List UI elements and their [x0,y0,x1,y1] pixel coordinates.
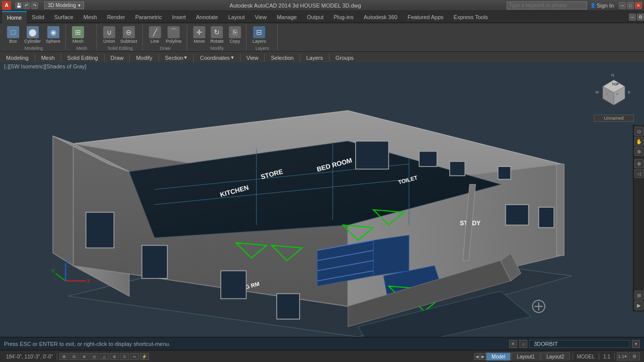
sep5 [158,54,159,62]
coordinates-tool-btn[interactable]: Coordinates ▾ [196,53,237,62]
coordinates-display[interactable]: 184'-0", 110'-3", 0'-0" [4,353,55,360]
command-search-btn[interactable]: ⌕ [519,340,527,348]
ribbon-minimize-btn[interactable]: ─ [629,14,636,21]
svg-marker-18 [373,235,409,276]
scale-display[interactable]: 1:1 [601,353,612,360]
tab-surface[interactable]: Surface [49,11,78,23]
tab-plugins[interactable]: Plug-ins [329,11,359,23]
svg-rect-38 [221,271,247,299]
redo-btn[interactable]: ↷ [31,2,38,9]
close-btn[interactable]: ✕ [635,2,642,9]
section-tool-btn[interactable]: Section ▾ [161,53,192,62]
ribbon-group-solid-edit: ∪ Union ⊖ Subtract Solid Editing [98,24,143,50]
rotate-btn[interactable]: ↻ Rotate [208,25,226,45]
sep3 [104,54,105,62]
mesh-tool-btn[interactable]: Mesh [37,54,59,62]
ribbon: Home Solid Surface Mesh Render Parametri… [0,11,644,52]
polyline-btn[interactable]: ⌒ Polyline [164,25,184,45]
tab-output[interactable]: Output [302,11,329,23]
line-btn[interactable]: ╱ Line [147,25,163,45]
sync-btn[interactable]: ⚙ [629,352,640,360]
tab-annotate[interactable]: Annotate [191,11,223,23]
union-btn[interactable]: ∪ Union [101,25,117,45]
nav-steeringwheel-btn[interactable]: ⊗ [634,159,643,168]
layout-nav-prev[interactable]: ◀ [474,353,480,360]
modify-tool-btn[interactable]: Modify [132,54,156,62]
svg-rect-45 [556,164,564,255]
box-btn[interactable]: □ Box [5,25,21,45]
tab-a360[interactable]: Autodesk 360 [359,11,403,23]
command-name-display[interactable]: 3DORBIT [529,340,630,348]
save-btn[interactable]: 💾 [15,2,22,9]
rotate-icon: ↻ [211,26,223,38]
ribbon-settings-btn[interactable]: ⚙ [637,14,644,21]
move-btn[interactable]: ✛ Move [191,25,207,45]
grid-btn[interactable]: ⊟ [69,353,78,360]
layout-nav-next[interactable]: ▶ [480,353,486,360]
status-sep1 [57,353,57,360]
command-dropdown-btn[interactable]: ▾ [632,340,640,348]
nav-zoom-btn[interactable]: ⊕ [634,147,643,156]
mesh-btn[interactable]: ⊞ Mesh [70,25,86,45]
model-space-label[interactable]: MODEL [575,353,597,360]
sign-in-btn[interactable]: Sign In [597,3,614,9]
undo-btn[interactable]: ↶ [23,2,30,9]
tab-express-tools[interactable]: Express Tools [449,11,493,23]
sphere-btn[interactable]: ◉ Sphere [44,25,62,45]
view-tool-btn[interactable]: View [243,54,263,62]
copy-btn[interactable]: ⎘ Copy [227,25,243,45]
nav-showmotion-btn[interactable]: ◁ [634,169,643,178]
ortho-btn[interactable]: ⊕ [79,353,89,360]
tab-mesh[interactable]: Mesh [78,11,102,23]
selection-tool-btn[interactable]: Selection [267,54,297,62]
nav-pan-btn[interactable]: ✋ [634,137,643,146]
svg-text:X: X [87,279,91,284]
minimize-btn[interactable]: ─ [619,2,626,9]
command-cancel-btn[interactable]: ✕ [509,340,517,348]
groups-tool-btn[interactable]: Groups [332,54,358,62]
tab-manage[interactable]: Manage [272,11,302,23]
polar-btn[interactable]: ◎ [90,353,99,360]
search-input[interactable] [507,2,587,10]
sep6 [193,54,194,62]
tab-view[interactable]: View [250,11,272,23]
modeling-tool-btn[interactable]: Modeling [2,54,33,62]
cylinder-btn[interactable]: ⬤ Cylinder [22,25,43,45]
tab-render[interactable]: Render [102,11,130,23]
qp-btn[interactable]: ⚡ [140,353,149,360]
annotation-scale-btn[interactable]: 1:1▾ [617,352,628,360]
draw-tool-btn[interactable]: Draw [107,54,128,62]
nav-grid-btn[interactable]: ⊞ [634,291,643,300]
tab-layout[interactable]: Layout [223,11,250,23]
viewport-infobar: [-][SW Isometric][Shades of Gray] [4,63,87,69]
dynin-btn[interactable]: ⊙ [120,353,129,360]
maximize-btn[interactable]: □ [627,2,634,9]
tab-parametric[interactable]: Parametric [130,11,167,23]
workspace-dropdown-icon: ▾ [78,3,80,8]
layout-tab-layout1[interactable]: Layout1 [511,352,540,360]
tab-solid[interactable]: Solid [27,11,49,23]
tab-home[interactable]: Home [2,11,27,23]
coordinates-dropdown-icon: ▾ [231,54,234,61]
layers-tool-btn[interactable]: Layers [302,54,327,62]
main-viewport[interactable]: KITCHEN STORE BED ROOM TOILET STUDY LNG … [0,62,644,337]
layout-tab-layout2[interactable]: Layout2 [541,352,570,360]
layers-icon: ⊟ [253,26,265,38]
layers-btn[interactable]: ⊟ Layers [251,25,268,45]
union-icon: ∪ [103,26,115,38]
svg-rect-33 [498,166,511,179]
otrack-btn[interactable]: ⊗ [110,353,119,360]
subtract-btn[interactable]: ⊖ Subtract [118,25,139,45]
sep8 [264,54,265,62]
nav-orbit-btn[interactable]: ⊙ [634,127,643,136]
snap-btn[interactable]: ⊞ [59,353,68,360]
nav-expand-btn[interactable]: ▶ [634,301,643,310]
layout-tab-model[interactable]: Model [486,352,511,360]
tab-insert[interactable]: Insert [167,11,191,23]
workspace-selector[interactable]: 3D Modeling ▾ [44,2,84,9]
tab-featured-apps[interactable]: Featured Apps [403,11,449,23]
solid-editing-tool-btn[interactable]: Solid Editing [63,54,102,62]
lineweight-btn[interactable]: ═ [130,353,139,360]
osnap-btn[interactable]: △ [100,353,109,360]
viewcube[interactable]: TOP R F N E W Unnamed [594,72,634,113]
